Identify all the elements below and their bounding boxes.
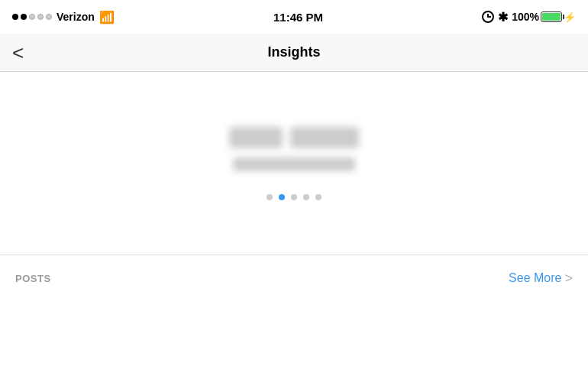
page-dot-4[interactable]: [303, 194, 309, 200]
status-bar: Verizon 📶 11:46 PM ✱ 100% ⚡: [0, 0, 588, 34]
page-dot-1[interactable]: [267, 194, 273, 200]
main-content: POSTS See More >: [0, 72, 588, 301]
blurred-line-1: [229, 127, 359, 148]
signal-dot-5: [46, 14, 52, 20]
bluetooth-icon: ✱: [498, 10, 508, 24]
pagination-dots: [267, 194, 321, 200]
status-right: ✱ 100% ⚡: [482, 10, 576, 24]
posts-label: POSTS: [15, 273, 51, 284]
bolt-icon: ⚡: [564, 11, 576, 23]
signal-dot-1: [12, 14, 18, 20]
alarm-icon: [482, 11, 494, 23]
nav-bar: < Insights: [0, 34, 588, 72]
carousel-section: [0, 72, 588, 255]
battery-icon: [541, 11, 562, 22]
status-left: Verizon 📶: [12, 10, 115, 24]
page-dot-5[interactable]: [315, 194, 321, 200]
carrier-name: Verizon: [57, 11, 95, 23]
page-dot-2[interactable]: [279, 194, 285, 200]
battery-percent: 100%: [512, 11, 539, 23]
blurred-block-1: [229, 127, 283, 148]
signal-dots: [12, 14, 52, 20]
status-time: 11:46 PM: [273, 11, 323, 24]
battery-container: 100% ⚡: [512, 11, 576, 23]
blurred-block-2: [290, 127, 359, 148]
see-more-link[interactable]: See More: [509, 271, 561, 285]
back-button[interactable]: <: [12, 43, 24, 63]
page-title: Insights: [267, 44, 320, 60]
see-more-container[interactable]: See More >: [509, 271, 573, 287]
chevron-right-icon: >: [564, 271, 573, 287]
battery-fill: [542, 13, 561, 21]
blurred-content: [229, 127, 359, 171]
blurred-block-3: [233, 157, 355, 171]
signal-dot-2: [21, 14, 27, 20]
page-dot-3[interactable]: [291, 194, 297, 200]
signal-dot-4: [37, 14, 44, 20]
signal-dot-3: [29, 14, 35, 20]
wifi-icon: 📶: [99, 10, 115, 24]
posts-footer: POSTS See More >: [0, 255, 588, 301]
